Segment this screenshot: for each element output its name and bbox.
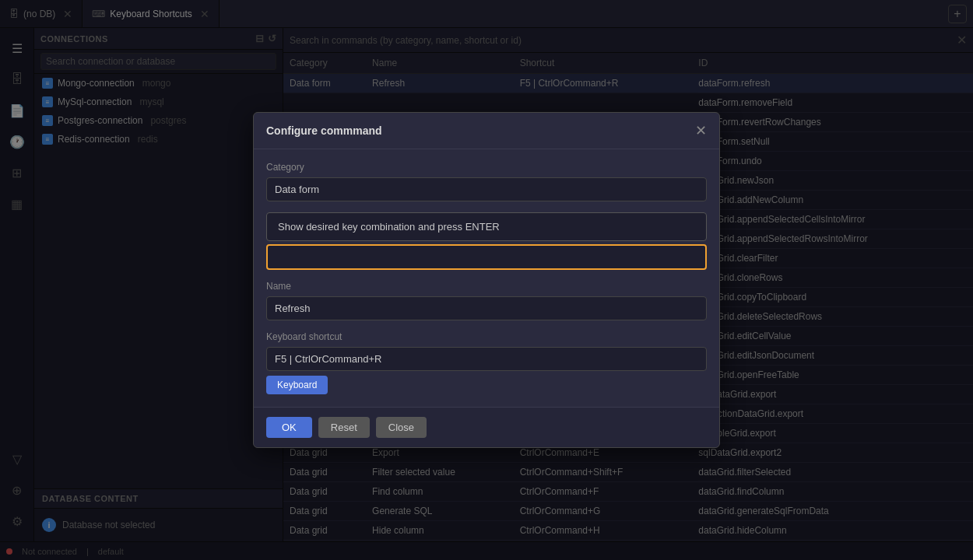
dialog-close-button[interactable]: ✕: [695, 122, 707, 139]
keyboard-mode-button[interactable]: Keyboard: [266, 376, 328, 394]
dialog-body: Category Data form Show desired key comb…: [254, 149, 719, 407]
category-field-group: Category Data form: [266, 162, 707, 201]
ok-button[interactable]: OK: [266, 417, 312, 438]
close-button[interactable]: Close: [376, 417, 427, 438]
dialog-footer: OK Reset Close: [254, 407, 719, 447]
name-value: Refresh: [266, 296, 707, 320]
category-value: Data form: [266, 177, 707, 201]
keyboard-capture-area: Show desired key combination and press E…: [266, 212, 707, 270]
shortcut-label: Keyboard shortcut: [266, 331, 707, 342]
dialog-title: Configure commmand: [266, 124, 382, 137]
keyboard-capture-input[interactable]: [266, 244, 707, 270]
name-label: Name: [266, 281, 707, 292]
shortcut-field-group: Keyboard shortcut F5 | CtrlOrCommand+R K…: [266, 331, 707, 394]
dialog-overlay: Configure commmand ✕ Category Data form …: [0, 0, 973, 560]
keyboard-capture-tooltip: Show desired key combination and press E…: [266, 212, 707, 241]
dialog-header: Configure commmand ✕: [254, 113, 719, 149]
reset-button[interactable]: Reset: [318, 417, 370, 438]
configure-command-dialog: Configure commmand ✕ Category Data form …: [253, 112, 720, 448]
category-label: Category: [266, 162, 707, 173]
name-field-group: Name Refresh: [266, 281, 707, 320]
shortcut-value: F5 | CtrlOrCommand+R: [266, 347, 707, 371]
